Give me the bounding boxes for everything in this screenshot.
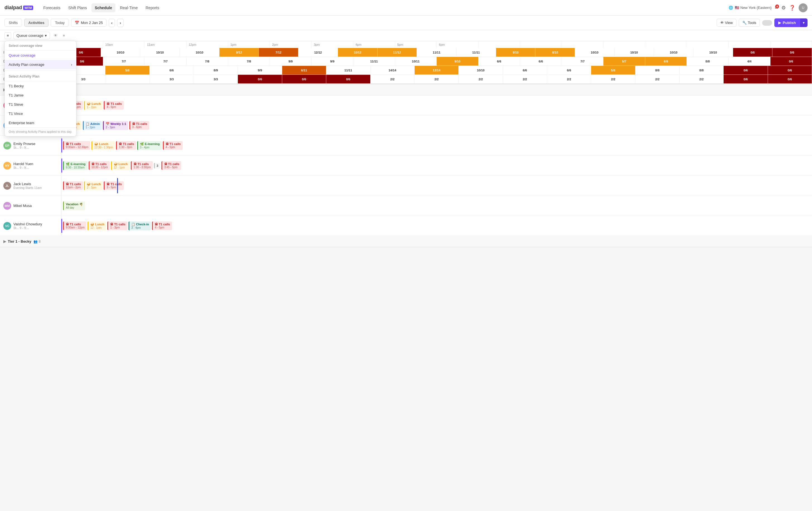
view-label: View [725, 21, 733, 25]
time-header-9: 6pm [437, 41, 478, 48]
notification-button[interactable]: ✉ 4 [775, 6, 778, 10]
activity-block[interactable]: 🏛 T1 calls11am - 2pm [63, 181, 83, 190]
agent-row: EPEmily Prowse St... 9 - 9:...🏛 T1 calls… [0, 136, 812, 155]
block-time: 3:45 - 5pm [164, 166, 179, 169]
activity-block[interactable]: 🏛 T1 calls4 - 5pm [163, 141, 183, 150]
activity-plan-item-t1-becky[interactable]: T1 Becky [5, 81, 76, 91]
activity-block[interactable]: 🏛 T1 calls4 - 6pm [104, 101, 123, 110]
activity-block[interactable]: 🥪 Lunch12 - 1pm [88, 222, 106, 230]
coverage-cell: 9/9 [270, 57, 312, 65]
block-label: 🏛 T1 calls [66, 182, 81, 186]
activity-block[interactable]: 📋 Check-in3 - 4pm [128, 222, 151, 230]
date-label: Mon 2 Jan 25 [81, 21, 103, 25]
time-header-4: 1pm [228, 41, 270, 48]
activity-plan-item-t1-steve[interactable]: T1 Steve [5, 100, 76, 109]
activity-block[interactable]: 🏛 T1 calls1:30 - 3pm [116, 141, 136, 150]
activity-block[interactable]: 🏛 T1 calls1:30 - 3:30pm [131, 161, 153, 170]
activity-plan-label: Activity Plan coverage [9, 62, 44, 67]
coverage-cell: 5/6 [591, 66, 635, 75]
sidebar-toggle-button[interactable]: ≡ [4, 32, 11, 39]
activity-block[interactable]: 🏛 T1 calls3 - 5pm [104, 181, 123, 190]
activity-block[interactable]: 🏛 T1 calls1 - 3pm [107, 222, 127, 230]
coverage-row: DP Tier 1 ca0/67/77/77/87/89/99/911/1110… [0, 57, 812, 66]
activity-block[interactable]: 🥪 Lunch12:30 - 1:30pm [91, 141, 115, 150]
publish-main-button[interactable]: ▶ Publish [774, 19, 800, 27]
toggle-switch[interactable] [762, 20, 772, 26]
block-time: 12 - 1pm [114, 166, 128, 169]
activity-block[interactable]: 🏛 T1 calls3 - 6pm [129, 121, 149, 130]
agent-details: Harold Yuen St... 9 - 9:... [13, 162, 33, 169]
block-time: 2 - 3pm [87, 186, 101, 189]
coverage-cell: 2/2 [415, 75, 459, 83]
coverage-cell: 2/2 [371, 75, 415, 83]
agent-name: Emily Prowse [13, 142, 35, 146]
activity-block[interactable]: 🏛 T1 calls9:30am - 12:30pm [63, 141, 90, 150]
coverage-cell: 12/12 [298, 48, 338, 57]
coverage-cell: 2/2 [503, 75, 547, 83]
dropdown-item-activity-plan[interactable]: Activity Plan coverage › [5, 60, 76, 69]
agent-avatar: EP [3, 142, 11, 149]
time-header-row: 9am10am11am12pm1pm2pm3pm4pm5pm6pm [0, 41, 812, 48]
dropdown-item-queue-coverage[interactable]: Queue coverage [5, 51, 76, 60]
nav-item-forecasts[interactable]: Forecasts [40, 3, 64, 12]
nav-item-real-time[interactable]: Real-Time [117, 3, 141, 12]
date-picker[interactable]: 📅 Mon 2 Jan 25 [71, 19, 107, 27]
coverage-cell: 9/10 [437, 57, 478, 65]
activity-plan-item-t1-jamie[interactable]: T1 Jamie [5, 91, 76, 100]
user-avatar[interactable]: U [799, 3, 808, 12]
activity-plan-item-enterprise-team[interactable]: Enterprise team [5, 118, 76, 127]
coverage-cell: 0/6 [773, 48, 812, 57]
prev-date-button[interactable]: ‹ [109, 19, 115, 27]
coverage-cell: 7/12 [259, 48, 298, 57]
coverage-cell: 0/6 [238, 75, 282, 83]
agents-scroll-area[interactable]: ▶ Tier 1 - Jamie 👥 7ATAmy Tan Sta...🏛 T1… [0, 84, 812, 511]
visibility-toggle-button[interactable]: 👁 [52, 32, 59, 39]
coverage-cell: 11/11 [326, 66, 370, 75]
block-time: All day [66, 206, 83, 209]
coverage-view-dropdown-button[interactable]: Queue coverage ▾ [13, 32, 50, 39]
activity-block[interactable]: 🥪 Lunch2 - 3pm [84, 181, 103, 190]
activity-block[interactable]: 🌿 E-learning9:30 - 10:30am [63, 161, 88, 170]
next-date-button[interactable]: › [117, 19, 123, 27]
nav-item-shift-plans[interactable]: Shift Plans [65, 3, 90, 12]
help-button[interactable]: ❓ [789, 5, 795, 11]
agent-schedule-panel: 🥪 Lunch12 - 1pm📋 Admin1 - 2pm📅 Weekly 1:… [61, 115, 812, 135]
group-label: Tier 1 - Becky [8, 239, 31, 244]
settings-button[interactable]: ⚙ [781, 5, 786, 11]
activities-tab[interactable]: Activities [24, 19, 49, 27]
shifts-tab[interactable]: Shifts [4, 19, 22, 27]
activity-plan-item-t1-vince[interactable]: T1 Vince [5, 109, 76, 118]
activity-block[interactable]: 🥪 Lunch1 - 2pm [84, 101, 103, 110]
agent-avatar: MM [3, 202, 11, 210]
coverage-cell: 6/6 [503, 66, 547, 75]
app-logo[interactable]: dialpad WFM [4, 5, 33, 10]
activity-block[interactable]: 🌿 E-learning3 - 4pm [137, 141, 162, 150]
activity-block[interactable]: 📅 Weekly 1:12 - 3pm [103, 121, 128, 130]
block-label: 🌿 E-learning [66, 162, 86, 166]
activity-block[interactable]: 🏛 T1 calls4 - 5pm [152, 222, 172, 230]
notification-badge: 4 [775, 4, 779, 8]
coverage-section: 9am10am11am12pm1pm2pm3pm4pm5pm6pm Interc… [0, 41, 812, 84]
filter-button[interactable]: ≡ [60, 32, 67, 39]
activity-block[interactable]: 🏛 T1 calls10:30 - 12pm [89, 161, 110, 170]
today-button[interactable]: Today [51, 19, 69, 27]
activity-block[interactable]: 3 [154, 163, 160, 168]
view-button[interactable]: 👁 View [717, 19, 736, 27]
activity-block[interactable]: 🥪 Lunch12 - 1pm [111, 161, 130, 170]
publish-icon: ▶ [778, 21, 781, 25]
toolbar-right: 👁 View 🔧 Tools ▶ Publish ▾ [717, 19, 808, 27]
activity-block[interactable]: 📋 Admin1 - 2pm [83, 121, 102, 130]
nav-item-schedule[interactable]: Schedule [91, 3, 115, 12]
activity-block[interactable]: Vacation 🌴All day [63, 201, 85, 210]
block-time: 1 - 3pm [110, 226, 125, 229]
block-label: 🏛 T1 calls [66, 223, 85, 226]
activity-block[interactable]: 🏛 T1 calls3:45 - 5pm [162, 161, 181, 170]
coverage-cell: 10/11 [395, 57, 437, 65]
activity-block[interactable]: 🏛 T1 calls9:30am - 12pm [63, 222, 86, 230]
publish-caret-button[interactable]: ▾ [800, 19, 808, 27]
coverage-cell: 9/10 [496, 48, 536, 57]
nav-item-reports[interactable]: Reports [142, 3, 163, 12]
agent-details: Jack Lewis Evening Starts 11am [13, 182, 42, 190]
tools-button[interactable]: 🔧 Tools [739, 19, 760, 27]
timezone-display: 🌐 🇺🇸 New York (Eastern) [729, 6, 772, 10]
